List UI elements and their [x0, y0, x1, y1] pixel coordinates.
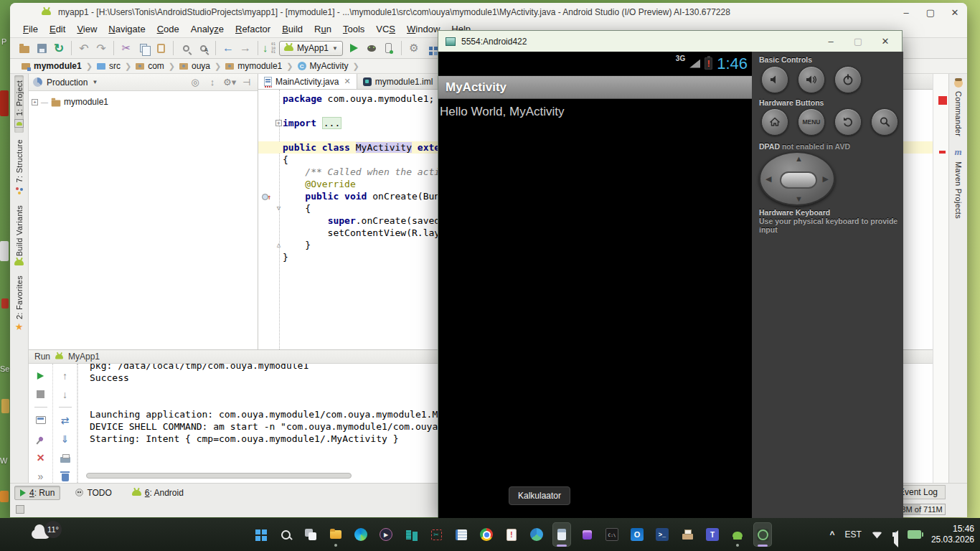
toolwindow-tab-commander[interactable]: Commander	[954, 74, 963, 141]
menu-code[interactable]: Code	[151, 22, 185, 37]
close-icon[interactable]: ✕	[344, 77, 350, 86]
open-icon[interactable]	[17, 40, 32, 56]
breadcrumb-item-ouya[interactable]: ouya	[176, 61, 213, 71]
taskbar-icon-powershell[interactable]	[653, 522, 672, 547]
menu-tools[interactable]: Tools	[337, 22, 370, 37]
ide-maximize-button[interactable]: ▢	[918, 3, 943, 22]
taskbar-icon-task-view[interactable]	[301, 522, 320, 547]
breadcrumb-item-com[interactable]: com	[133, 61, 167, 71]
volume-down-button[interactable]	[761, 66, 788, 93]
cut-icon[interactable]: ✂	[118, 40, 134, 56]
project-root-label[interactable]: mymodule1	[64, 97, 108, 107]
toolwindow-button-6-android[interactable]: 6: Android	[127, 486, 189, 499]
undo-icon[interactable]: ↶	[76, 40, 92, 56]
editor-tab-mymodule1.iml[interactable]: mymodule1.iml✕	[357, 74, 451, 89]
breadcrumb-item-mymodule1[interactable]: mymodule1	[222, 61, 285, 71]
synchronize-icon[interactable]: ↻	[51, 40, 67, 56]
emulator-titlebar[interactable]: 5554:Android422 – ▢ ✕	[438, 31, 902, 52]
emulator-maximize-button[interactable]: ▢	[844, 36, 872, 47]
ide-close-button[interactable]: ✕	[943, 3, 967, 22]
breadcrumb-item-MyActivity[interactable]: CMyActivity	[295, 61, 352, 71]
taskbar-icon-command-prompt[interactable]	[603, 522, 621, 547]
replace-icon[interactable]: A	[195, 40, 211, 56]
wifi-icon[interactable]	[872, 531, 882, 539]
project-structure-icon[interactable]	[423, 40, 439, 56]
dpad-left-icon[interactable]: ◀	[765, 174, 771, 184]
menu-edit[interactable]: Edit	[44, 22, 71, 37]
weather-widget[interactable]: 11°	[10, 519, 67, 548]
settings-icon[interactable]: ⚙	[406, 40, 422, 56]
chevron-down-icon[interactable]: ▼	[92, 79, 98, 85]
taskbar-icon-print-manager[interactable]	[678, 522, 697, 547]
taskbar-icon-start[interactable]	[251, 522, 270, 547]
redo-icon[interactable]: ↷	[93, 40, 109, 56]
run-icon[interactable]	[347, 40, 362, 56]
find-icon[interactable]	[178, 40, 194, 56]
search-button[interactable]	[871, 108, 898, 136]
pin-icon[interactable]	[34, 433, 48, 445]
error-marker[interactable]	[939, 151, 946, 154]
next-occurrence-button[interactable]: ↓	[58, 388, 72, 400]
clock[interactable]: 15:46 25.03.2026	[931, 524, 974, 545]
dpad-control[interactable]: ▲ ▼ ◀ ▶	[759, 151, 835, 206]
taskbar-icon-snipping-tool[interactable]	[427, 522, 446, 547]
taskbar-icon-notepad[interactable]	[452, 522, 471, 547]
forward-icon[interactable]: →	[237, 40, 253, 56]
taskbar-icon-calculator[interactable]	[552, 522, 571, 547]
paste-icon[interactable]	[153, 40, 169, 56]
taskbar-icon-android-tool[interactable]	[728, 522, 747, 547]
volume-up-button[interactable]	[798, 66, 825, 93]
more-options-button[interactable]: »	[34, 471, 48, 483]
collapse-all-icon[interactable]: ↕	[206, 77, 219, 88]
taskbar-icon-media-player[interactable]	[377, 522, 395, 547]
taskbar-icon-teams[interactable]	[703, 522, 722, 547]
home-button[interactable]	[761, 108, 788, 136]
expand-icon[interactable]: +	[32, 99, 38, 105]
menu-view[interactable]: View	[71, 22, 103, 37]
project-tree-root[interactable]: + — mymodule1	[32, 95, 255, 108]
dpad-down-icon[interactable]: ▼	[795, 194, 803, 203]
menu-vcs[interactable]: VCS	[370, 22, 401, 37]
copy-icon[interactable]	[136, 40, 151, 56]
taskbar-icon-emulator[interactable]	[753, 522, 772, 547]
editor-error-stripe[interactable]	[933, 74, 948, 483]
hidden-icons-chevron[interactable]: ^	[830, 529, 835, 540]
menu-build[interactable]: Build	[276, 22, 308, 37]
fold-close-icon[interactable]: △	[275, 241, 283, 249]
fold-expand-icon[interactable]: +	[275, 120, 282, 126]
input-language-indicator[interactable]: EST	[845, 529, 862, 540]
error-marker[interactable]	[938, 96, 947, 105]
back-button[interactable]	[834, 108, 862, 136]
taskbar-icon-paint-globe[interactable]	[527, 522, 546, 547]
run-configuration-selector[interactable]: MyApp1▼	[279, 41, 343, 56]
dpad-right-icon[interactable]: ▶	[823, 174, 829, 184]
toolwindow-button-todo[interactable]: TODO	[70, 486, 116, 499]
emulator-minimize-button[interactable]: –	[817, 36, 844, 47]
console-horizontal-scrollbar[interactable]	[86, 473, 352, 479]
ide-titlebar[interactable]: myapp1 - [H:\Users\Tonis\AndroidStudioPr…	[10, 3, 967, 22]
taskbar-icon-purple-app[interactable]	[578, 522, 596, 547]
print-button[interactable]	[58, 452, 72, 464]
ide-minimize-button[interactable]: –	[894, 3, 918, 22]
toolwindow-button-4-run[interactable]: 4: Run	[14, 486, 60, 500]
back-icon[interactable]: ←	[220, 40, 236, 56]
taskbar-icon-document-alert[interactable]	[502, 522, 521, 547]
debug-icon[interactable]	[364, 40, 380, 56]
menu-button[interactable]: MENU	[798, 108, 825, 136]
line-numbers-icon[interactable]: ↓011001	[263, 42, 275, 55]
device-screen[interactable]: 3G ! 1:46 MyActivity Hello World, MyActi…	[438, 52, 752, 518]
clear-all-button[interactable]	[58, 471, 72, 483]
menu-file[interactable]: File	[17, 22, 44, 37]
menu-analyze[interactable]: Analyze	[185, 22, 230, 37]
fold-open-icon[interactable]: ▽	[275, 204, 283, 212]
soft-wrap-button[interactable]: ⇄	[58, 414, 72, 426]
project-scope-selector[interactable]: Production	[47, 77, 88, 88]
taskbar-icon-outlook[interactable]	[628, 522, 646, 547]
hide-panel-icon[interactable]: ⊣	[240, 77, 253, 88]
emulator-close-button[interactable]: ✕	[872, 36, 899, 47]
taskbar-icon-file-explorer[interactable]	[326, 522, 345, 547]
locate-icon[interactable]: ◎	[189, 77, 202, 88]
show-console-button[interactable]	[34, 414, 48, 426]
toolwindow-tab-build-variants[interactable]: Build Variants	[14, 200, 24, 270]
battery-icon[interactable]	[908, 530, 921, 539]
